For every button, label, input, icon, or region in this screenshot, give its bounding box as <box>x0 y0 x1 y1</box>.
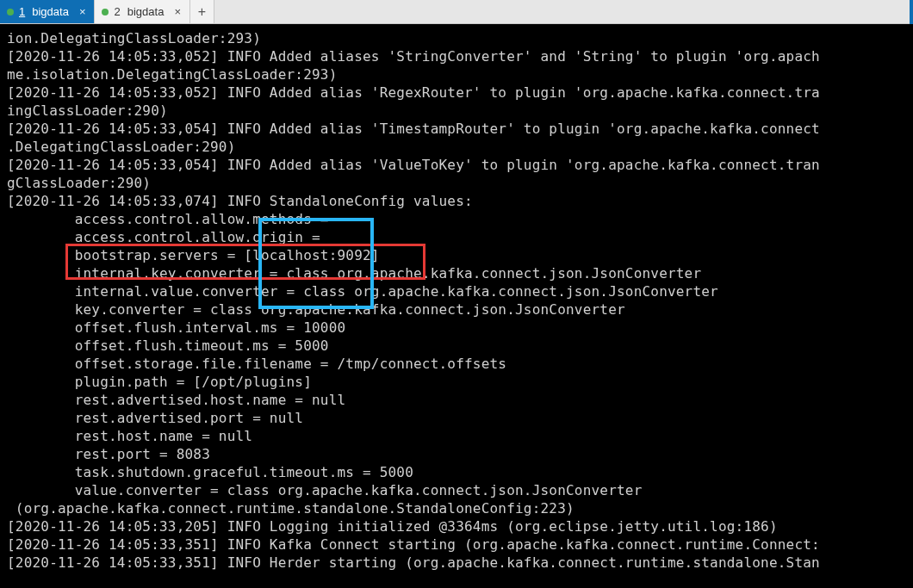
tab-1[interactable]: 1 bigdata × <box>0 0 95 23</box>
add-tab-button[interactable]: + <box>190 0 214 23</box>
status-dot-icon <box>7 9 14 15</box>
close-icon[interactable]: × <box>79 6 86 17</box>
tab-bar: 1 bigdata × 2 bigdata × + <box>0 0 913 24</box>
tab-number: 2 <box>114 5 120 18</box>
status-dot-icon <box>102 9 109 15</box>
close-icon[interactable]: × <box>174 6 181 17</box>
plus-icon: + <box>198 4 206 20</box>
tab-number: 1 <box>19 5 25 18</box>
terminal-output[interactable]: ion.DelegatingClassLoader:293) [2020-11-… <box>0 24 913 588</box>
tab-label: bigdata <box>127 5 165 18</box>
window-frame-edge <box>910 0 913 24</box>
tab-label: bigdata <box>32 5 69 18</box>
tab-2[interactable]: 2 bigdata × <box>95 0 189 23</box>
